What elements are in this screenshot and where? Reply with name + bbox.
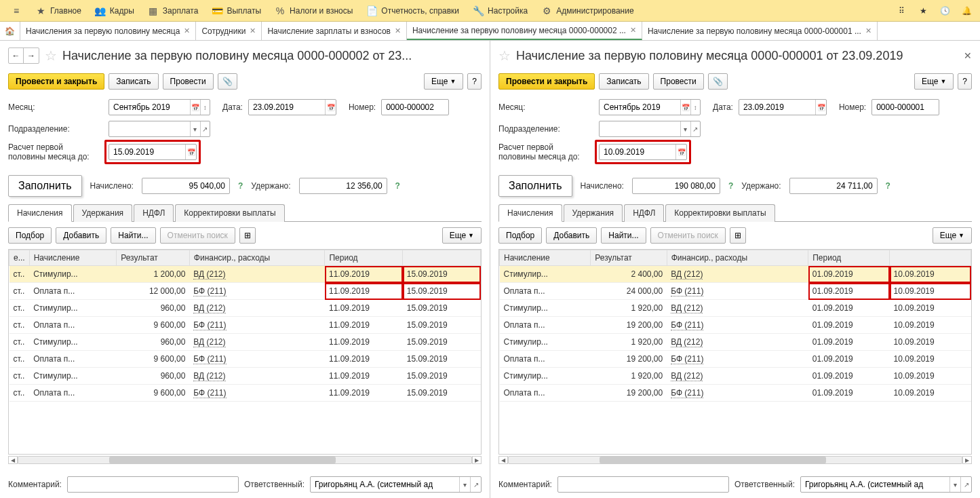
stepper-icon[interactable]: ↕ <box>690 100 700 115</box>
add-button[interactable]: Добавить <box>56 227 106 244</box>
fill-button[interactable]: Заполнить <box>498 175 572 197</box>
tab-ndfl[interactable]: НДФЛ <box>134 204 174 222</box>
history-icon[interactable]: 🕓 <box>935 3 954 19</box>
menu-settings[interactable]: 🔧Настройка <box>466 3 534 19</box>
table-row[interactable]: Оплата п... 19 200,00 БФ (211) 01.09.201… <box>500 351 971 368</box>
favorite-star-icon[interactable]: ☆ <box>45 47 57 64</box>
table-row[interactable]: Стимулир... 1 920,00 ВД (212) 01.09.2019… <box>500 368 971 385</box>
table-row[interactable]: ст.. Оплата п... 9 600,00 БФ (211) 11.09… <box>9 317 481 334</box>
forward-button[interactable]: → <box>24 48 39 63</box>
chevron-down-icon[interactable]: ▾ <box>190 121 199 136</box>
month-input[interactable]: 📅↕ <box>109 99 210 115</box>
tab-accruals[interactable]: Начисления <box>8 204 72 222</box>
table-row[interactable]: Стимулир... 1 920,00 ВД (212) 01.09.2019… <box>500 300 971 317</box>
apps-icon[interactable]: ⠿ <box>892 3 911 19</box>
menu-reports[interactable]: 📄Отчетность, справки <box>359 3 466 19</box>
tab-3[interactable]: Начисление за первую половину месяца 000… <box>407 22 642 40</box>
favorites-icon[interactable]: ★ <box>914 3 933 19</box>
date-input[interactable]: 📅 <box>739 99 827 115</box>
menu-admin[interactable]: ⚙Администрирование <box>534 3 640 19</box>
comment-input[interactable] <box>67 476 239 493</box>
home-tab[interactable]: 🏠 <box>0 22 20 40</box>
notifications-icon[interactable]: 🔔 <box>957 3 976 19</box>
pick-button[interactable]: Подбор <box>8 227 52 244</box>
close-icon[interactable]: ✕ <box>865 26 871 35</box>
month-input[interactable]: 📅↕ <box>599 99 701 115</box>
post-and-close-button[interactable]: Провести и закрыть <box>498 73 595 90</box>
fill-button[interactable]: Заполнить <box>8 175 82 197</box>
dept-input[interactable]: ▾↗ <box>599 121 701 137</box>
col-header[interactable] <box>890 250 971 266</box>
horizontal-scrollbar[interactable]: ◀▶ <box>498 455 972 465</box>
table-row[interactable]: Оплата п... 19 200,00 БФ (211) 01.09.201… <box>500 385 971 402</box>
col-header[interactable]: Финансир., расходы <box>189 250 325 266</box>
menu-hamburger[interactable]: ≡ <box>4 3 28 19</box>
table-row[interactable]: ст.. Стимулир... 960,00 ВД (212) 11.09.2… <box>9 368 481 385</box>
col-header[interactable]: Результат <box>591 250 667 266</box>
chevron-down-icon[interactable]: ▾ <box>459 477 470 492</box>
more-button[interactable]: Еще ▼ <box>442 227 482 244</box>
calendar-icon[interactable]: 📅 <box>190 100 199 115</box>
menu-taxes[interactable]: %Налоги и взносы <box>268 3 359 19</box>
col-header[interactable]: Период <box>808 250 890 266</box>
add-button[interactable]: Добавить <box>546 227 597 244</box>
tab-deductions[interactable]: Удержания <box>73 204 133 222</box>
calendar-icon[interactable]: 📅 <box>680 100 690 115</box>
tab-deductions[interactable]: Удержания <box>564 204 623 222</box>
post-button[interactable]: Провести <box>653 73 704 90</box>
tab-corrections[interactable]: Корректировки выплаты <box>175 204 284 222</box>
accrued-input[interactable] <box>632 178 720 194</box>
comment-input[interactable] <box>557 476 729 493</box>
horizontal-scrollbar[interactable]: ◀▶ <box>8 455 482 465</box>
back-button[interactable]: ← <box>9 48 24 63</box>
favorite-star-icon[interactable]: ☆ <box>498 47 511 64</box>
responsible-input[interactable]: ▾↗ <box>800 476 972 493</box>
tab-2[interactable]: Начисление зарплаты и взносов✕ <box>262 22 407 40</box>
tab-1[interactable]: Сотрудники✕ <box>196 22 262 40</box>
tab-4[interactable]: Начисление за первую половину месяца 000… <box>642 22 878 40</box>
close-panel-button[interactable]: ✕ <box>964 50 972 61</box>
help-icon[interactable]: ? <box>238 181 243 191</box>
more-button[interactable]: Еще ▼ <box>933 227 972 244</box>
col-header[interactable]: Начисление <box>29 250 117 266</box>
open-icon[interactable]: ↗ <box>690 121 700 136</box>
help-button[interactable]: ? <box>467 73 482 90</box>
close-icon[interactable]: ✕ <box>630 26 636 35</box>
write-button[interactable]: Записать <box>599 73 648 90</box>
table-row[interactable]: ст.. Оплата п... 12 000,00 БФ (211) 11.0… <box>9 283 481 300</box>
responsible-input[interactable]: ▾↗ <box>310 476 482 493</box>
menu-salary[interactable]: ▦Зарплата <box>141 3 205 19</box>
close-icon[interactable]: ✕ <box>250 26 256 35</box>
pick-button[interactable]: Подбор <box>498 227 542 244</box>
tab-accruals[interactable]: Начисления <box>498 204 562 222</box>
find-button[interactable]: Найти... <box>601 227 646 244</box>
tab-0[interactable]: Начисления за первую половину месяца✕ <box>20 22 196 40</box>
dept-input[interactable]: ▾↗ <box>109 121 210 137</box>
date-input[interactable]: 📅 <box>248 99 336 115</box>
accruals-table[interactable]: Начисление Результат Финансир., расходы … <box>498 249 972 455</box>
chevron-down-icon[interactable]: ▾ <box>680 121 690 136</box>
calendar-icon[interactable]: 📅 <box>185 145 196 159</box>
open-icon[interactable]: ↗ <box>960 477 971 492</box>
tab-corrections[interactable]: Корректировки выплаты <box>665 204 775 222</box>
card-button[interactable]: ⊞ <box>730 227 746 244</box>
table-row[interactable]: Оплата п... 19 200,00 БФ (211) 01.09.201… <box>500 317 971 334</box>
menu-payments[interactable]: 💳Выплаты <box>205 3 268 19</box>
calendar-icon[interactable]: 📅 <box>325 100 336 115</box>
table-row[interactable]: Стимулир... 2 400,00 ВД (212) 01.09.2019… <box>500 266 971 283</box>
write-button[interactable]: Записать <box>109 73 158 90</box>
open-icon[interactable]: ↗ <box>470 477 481 492</box>
chevron-down-icon[interactable]: ▾ <box>949 477 960 492</box>
close-icon[interactable]: ✕ <box>184 26 190 35</box>
table-row[interactable]: ст.. Стимулир... 960,00 ВД (212) 11.09.2… <box>9 334 481 351</box>
more-button[interactable]: Еще ▼ <box>424 73 463 90</box>
stepper-icon[interactable]: ↕ <box>200 100 210 115</box>
calendar-icon[interactable]: 📅 <box>815 100 826 115</box>
number-input[interactable] <box>871 99 939 115</box>
col-header[interactable]: е... <box>9 250 30 266</box>
col-header[interactable]: Результат <box>117 250 190 266</box>
menu-personnel[interactable]: 👥Кадры <box>88 3 141 19</box>
withheld-input[interactable] <box>789 178 878 194</box>
table-row[interactable]: Оплата п... 24 000,00 БФ (211) 01.09.201… <box>500 283 971 300</box>
number-input[interactable] <box>381 99 449 115</box>
